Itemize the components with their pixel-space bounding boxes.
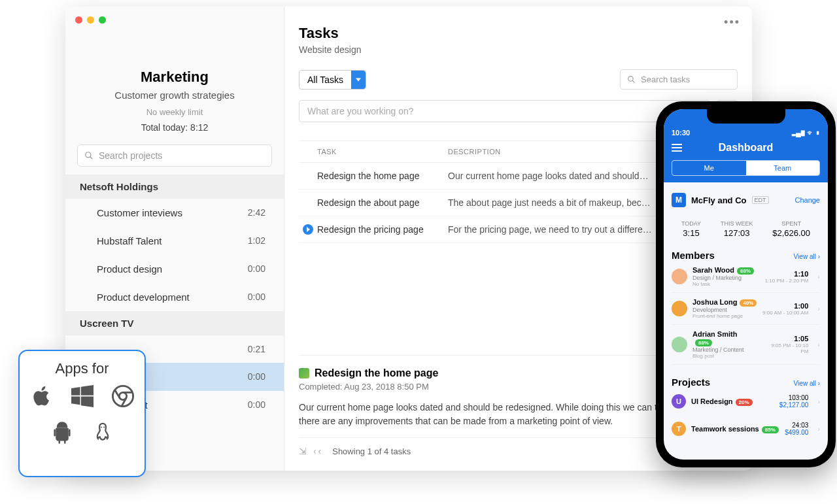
members-heading: Members	[672, 250, 715, 261]
member-time: 1:05	[762, 335, 808, 343]
activity-pill: 40%	[740, 299, 757, 307]
weekly-limit-label: No weekly limit	[65, 107, 284, 117]
svg-point-2	[628, 76, 634, 82]
timezone-badge: EDT	[752, 196, 769, 204]
play-icon[interactable]	[303, 224, 313, 235]
chevron-right-icon: ›	[817, 341, 820, 348]
search-tasks-input[interactable]: Search tasks	[620, 69, 738, 90]
project-row[interactable]: T Teamwork sessions85% 24:03 $499.00 ›	[672, 415, 820, 443]
group-header-uscreen[interactable]: Uscreen TV	[65, 311, 284, 335]
traffic-lights[interactable]	[75, 16, 106, 24]
footer-status: Showing 1 of 4 tasks	[332, 446, 411, 456]
group-header-netsoft[interactable]: Netsoft Holdings	[65, 175, 284, 199]
member-row[interactable]: Sarah Wood88% Design / Marketing No task…	[672, 261, 820, 293]
project-row[interactable]: Product design0:00	[65, 255, 284, 283]
project-row[interactable]: Product development0:00	[65, 283, 284, 311]
phone-clock: 10:30	[672, 129, 690, 137]
member-name: Joshua Long40%	[692, 298, 757, 307]
search-placeholder: Search projects	[99, 150, 162, 161]
segment-control[interactable]: Me Team	[672, 160, 820, 176]
minimize-icon[interactable]	[87, 16, 94, 24]
project-name: Teamwork sessions85%	[691, 425, 779, 433]
task-filter-dropdown[interactable]: All Tasks	[299, 70, 366, 90]
tab-me[interactable]: Me	[672, 161, 746, 175]
status-icons: ▂▄▆ ᯤ ▮	[792, 129, 820, 137]
member-range: 9:00 AM - 10:00 AM	[762, 310, 808, 316]
page-title: Tasks	[299, 25, 738, 42]
search-projects-input[interactable]: Search projects	[77, 144, 272, 167]
apps-title: Apps for	[29, 360, 135, 377]
new-task-input[interactable]: What are you working on?	[299, 100, 710, 122]
activity-pill: 88%	[695, 339, 712, 346]
project-badge: T	[672, 422, 686, 436]
member-name: Adrian Smith88%	[692, 330, 757, 346]
project-cost: $2,127.00	[779, 401, 809, 409]
phone-title: Dashboard	[689, 142, 803, 154]
android-icon[interactable]	[51, 422, 73, 444]
member-range: 9:05 PM - 10:10 PM	[762, 343, 808, 354]
total-today-label: Total today: 8:12	[65, 122, 284, 133]
member-role: Marketing / Content	[692, 346, 757, 353]
apple-icon[interactable]	[31, 385, 53, 407]
project-name: UI Redesign20%	[691, 397, 753, 406]
chrome-icon[interactable]	[112, 385, 134, 407]
project-row[interactable]: Customer inteviews2:42	[65, 199, 284, 227]
phone-notch	[707, 109, 785, 124]
svg-point-0	[86, 152, 91, 158]
member-time: 1:00	[762, 302, 808, 310]
tab-team[interactable]: Team	[746, 161, 820, 175]
svg-point-6	[100, 427, 101, 428]
maximize-icon[interactable]	[99, 16, 106, 24]
svg-line-1	[90, 157, 93, 160]
desktop-window: ••• Marketing Customer growth strategies…	[65, 7, 752, 471]
breadcrumb: Website design	[299, 44, 738, 55]
sidebar-subtitle: Customer growth strategies	[65, 90, 284, 101]
org-name: McFly and Co	[691, 195, 747, 205]
project-time: 24:03	[785, 422, 808, 429]
svg-line-3	[632, 80, 634, 82]
member-name: Sarah Wood88%	[692, 266, 754, 275]
project-row[interactable]: Hubstaff Talent1:02	[65, 227, 284, 255]
project-row[interactable]: U UI Redesign20% 103:00 $2,127.00 ›	[672, 388, 820, 415]
activity-pill: 88%	[737, 267, 754, 275]
member-role: Development	[692, 307, 757, 313]
project-badge: U	[672, 394, 686, 409]
sidebar-title: Marketing	[65, 69, 284, 86]
member-role: Design / Marketing	[692, 275, 754, 281]
search-icon	[627, 75, 636, 84]
avatar	[672, 301, 687, 316]
hamburger-icon[interactable]	[672, 144, 682, 152]
avatar	[672, 337, 687, 352]
chevron-right-icon: ›	[817, 305, 820, 312]
org-badge: M	[672, 193, 686, 207]
apps-card: Apps for	[18, 350, 146, 477]
member-task: Front-end home page	[692, 313, 757, 319]
recycle-icon	[299, 368, 309, 378]
member-range: 1:10 PM - 2:20 PM	[765, 278, 809, 284]
member-task: Blog post	[692, 353, 757, 359]
member-task: No task	[692, 281, 754, 287]
change-link[interactable]: Change	[794, 196, 820, 204]
window-menu-icon[interactable]: •••	[724, 16, 740, 29]
member-time: 1:10	[765, 270, 809, 278]
close-icon[interactable]	[75, 16, 82, 24]
phone-screen: 10:30 ▂▄▆ ᯤ ▮ Dashboard Me Team M McFly …	[664, 109, 828, 460]
phone-mockup: 10:30 ▂▄▆ ᯤ ▮ Dashboard Me Team M McFly …	[656, 101, 836, 467]
avatar	[672, 269, 687, 284]
activity-pill: 20%	[736, 399, 753, 406]
linux-icon[interactable]	[92, 422, 114, 444]
projects-heading: Projects	[672, 377, 710, 388]
viewall-projects[interactable]: View all ›	[794, 380, 820, 387]
svg-point-7	[103, 427, 105, 428]
pager-icons[interactable]: ⇲ ‹‹	[299, 446, 323, 456]
activity-pill: 85%	[762, 426, 779, 433]
member-row[interactable]: Joshua Long40% Development Front-end hom…	[672, 293, 820, 325]
chevron-right-icon: ›	[817, 273, 820, 280]
col-task: TASK	[317, 148, 448, 156]
chevron-right-icon: ›	[817, 425, 820, 433]
member-row[interactable]: Adrian Smith88% Marketing / Content Blog…	[672, 325, 820, 365]
windows-icon[interactable]	[71, 385, 94, 407]
org-row[interactable]: M McFly and Co EDT Change	[672, 189, 820, 211]
search-icon	[84, 151, 94, 160]
viewall-members[interactable]: View all ›	[794, 253, 820, 260]
